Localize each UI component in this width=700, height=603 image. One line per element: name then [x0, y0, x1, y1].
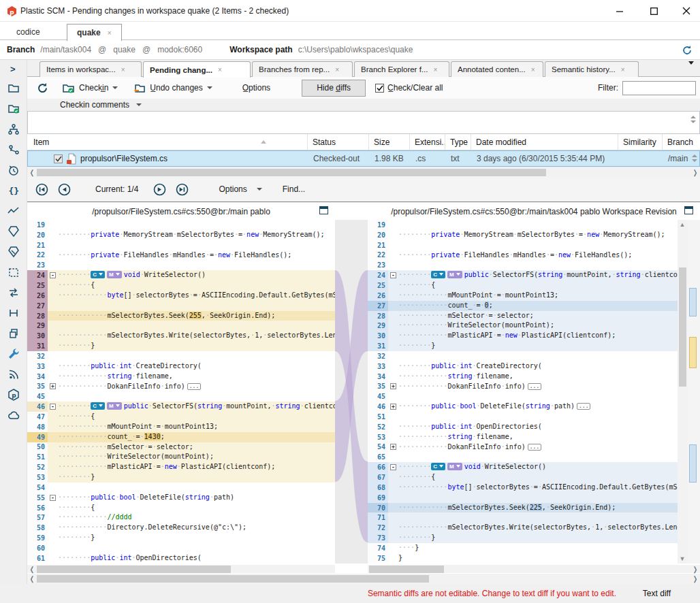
class-badge[interactable]: C	[431, 463, 445, 470]
scroll-up-icon[interactable]: ▲	[678, 221, 687, 228]
refresh-workspace-icon[interactable]	[682, 45, 693, 56]
changesets-icon[interactable]: {}	[7, 184, 20, 197]
fold-toggle-icon[interactable]: +	[50, 383, 56, 389]
close-tab-icon[interactable]: ×	[531, 66, 535, 74]
close-tab-icon[interactable]: ×	[433, 66, 437, 74]
find-button[interactable]: Find...	[283, 184, 305, 194]
workspace-tab-codice[interactable]: codice	[7, 24, 50, 40]
scrollbar-thumb[interactable]	[37, 566, 231, 573]
minimize-button[interactable]	[609, 4, 630, 18]
collapsed-region-icon[interactable]: ...	[577, 403, 590, 410]
table-row[interactable]: propulsor\FileSystem.cs Checked-out 1.98…	[27, 150, 700, 167]
undo-changes-icon[interactable]	[133, 82, 146, 94]
method-badge[interactable]: M	[107, 271, 122, 278]
diff-vertical-scrollbar[interactable]: ▲ ▼	[678, 220, 687, 564]
diff-options-button[interactable]: Options	[219, 184, 246, 194]
pending-changes-icon[interactable]	[7, 102, 20, 116]
comments-scroll-arrows[interactable]	[690, 116, 696, 123]
next-diff-button[interactable]	[153, 183, 166, 196]
collapsed-region-icon[interactable]: ...	[528, 383, 541, 390]
sync-icon[interactable]	[7, 286, 20, 299]
collapsed-region-icon[interactable]: ...	[187, 383, 201, 390]
scroll-right-icon[interactable]: ❭	[690, 575, 700, 583]
scrollbar-thumb[interactable]	[679, 267, 686, 387]
plastic-logo-icon[interactable]: p	[7, 388, 20, 402]
options-button[interactable]: O̲ptions	[242, 83, 270, 93]
close-tab-icon[interactable]: ×	[335, 66, 339, 74]
tab-items-in-workspace[interactable]: Items in workspac...×	[39, 61, 142, 77]
diff-marker-moved[interactable]	[689, 444, 697, 483]
class-badge[interactable]: C	[91, 271, 105, 278]
destination-code-pane[interactable]: 1920········private·MemoryStream·mSelect…	[368, 220, 678, 564]
tab-annotated-content[interactable]: Annotated conten...×	[451, 61, 543, 77]
tab-pending-changes[interactable]: Pending chang...×	[143, 61, 251, 78]
tab-branches[interactable]: Branches from rep...×	[252, 61, 353, 77]
scroll-right-icon[interactable]: ❭	[690, 566, 700, 573]
check-clear-all-checkbox[interactable]	[375, 84, 384, 93]
tab-semantic-history[interactable]: Semantic history...×	[545, 61, 639, 77]
diff-marker-changed[interactable]	[689, 337, 697, 368]
activity-icon[interactable]	[7, 204, 20, 218]
close-tab-icon[interactable]: ×	[621, 66, 625, 74]
fold-toggle-icon[interactable]: -	[390, 464, 396, 470]
checkin-icon[interactable]	[62, 82, 75, 94]
scroll-right-icon[interactable]: ❭	[690, 169, 700, 176]
settings-wrench-icon[interactable]	[7, 347, 20, 361]
method-badge[interactable]: M	[447, 463, 462, 470]
last-diff-button[interactable]	[176, 183, 189, 196]
fold-toggle-icon[interactable]: +	[390, 383, 396, 389]
column-size[interactable]: Size	[369, 134, 410, 150]
scroll-left-icon[interactable]: ❬	[27, 575, 37, 583]
maximize-button[interactable]	[643, 4, 664, 18]
checkin-button[interactable]: Checki̲n	[79, 83, 108, 93]
scroll-left-icon[interactable]: ❬	[27, 169, 37, 176]
checkin-dropdown-icon[interactable]	[112, 86, 118, 89]
method-badge[interactable]: M	[107, 402, 122, 410]
first-diff-button[interactable]	[35, 183, 48, 196]
source-code-pane[interactable]: 1920········private·MemoryStream·mSelect…	[27, 220, 335, 564]
diff-bottom-scrollbar[interactable]: ❬ ❭	[27, 574, 700, 584]
close-tab-icon[interactable]: ×	[121, 66, 125, 74]
hide-diffs-button[interactable]: Hide d̲iffs	[302, 80, 366, 97]
undo-dropdown-icon[interactable]	[207, 86, 212, 89]
column-branch[interactable]: Branch	[663, 134, 700, 150]
workspace-explorer-icon[interactable]	[7, 82, 20, 95]
checkin-comments-input[interactable]	[27, 111, 700, 134]
merge-icon[interactable]	[7, 306, 20, 320]
selection-icon[interactable]	[7, 265, 20, 279]
workspace-tab-quake[interactable]: quake ×	[67, 24, 122, 41]
class-badge[interactable]: C	[431, 271, 445, 278]
column-similarity[interactable]: Similarity	[618, 134, 663, 150]
row-checkbox[interactable]	[54, 154, 63, 163]
column-date-modified[interactable]: Date modified	[471, 134, 618, 150]
scrollbar-thumb[interactable]	[37, 575, 429, 583]
fold-toggle-icon[interactable]: -	[390, 272, 396, 278]
column-extension[interactable]: Extensi...	[410, 134, 445, 150]
diff-marker-moved[interactable]	[689, 288, 697, 316]
previous-diff-button[interactable]	[58, 183, 71, 196]
text-diff-button[interactable]: Text diff	[643, 589, 671, 598]
column-type[interactable]: Type	[445, 134, 471, 150]
method-badge[interactable]: M	[447, 271, 462, 278]
close-tab-icon[interactable]: ×	[218, 66, 222, 74]
diff-options-dropdown-icon[interactable]	[257, 188, 262, 191]
right-pane-horizontal-scrollbar[interactable]: ❭	[368, 565, 700, 573]
column-status[interactable]: Status	[308, 134, 369, 150]
table-horizontal-scrollbar[interactable]: ❬ ❭	[27, 167, 700, 177]
branch-spinner[interactable]	[692, 154, 697, 162]
collapsed-region-icon[interactable]: ...	[528, 444, 541, 451]
filter-input[interactable]	[622, 81, 696, 95]
undo-changes-button[interactable]: U̲ndo changes	[150, 83, 202, 93]
close-tab-icon[interactable]: ×	[108, 29, 112, 37]
shelves-icon[interactable]	[7, 327, 20, 340]
scrollbar-thumb[interactable]	[369, 566, 444, 573]
diff-overview-margin[interactable]	[687, 220, 700, 564]
fold-toggle-icon[interactable]: -	[50, 404, 56, 410]
fold-toggle-icon[interactable]: -	[50, 272, 56, 278]
maximize-pane-icon[interactable]	[684, 206, 693, 214]
left-pane-horizontal-scrollbar[interactable]: ❬	[27, 565, 335, 573]
class-badge[interactable]: C	[91, 402, 105, 410]
fold-toggle-icon[interactable]: +	[390, 404, 396, 410]
tab-branch-explorer[interactable]: Branch Explorer f...×	[354, 61, 449, 77]
comments-dropdown-icon[interactable]	[136, 103, 142, 106]
